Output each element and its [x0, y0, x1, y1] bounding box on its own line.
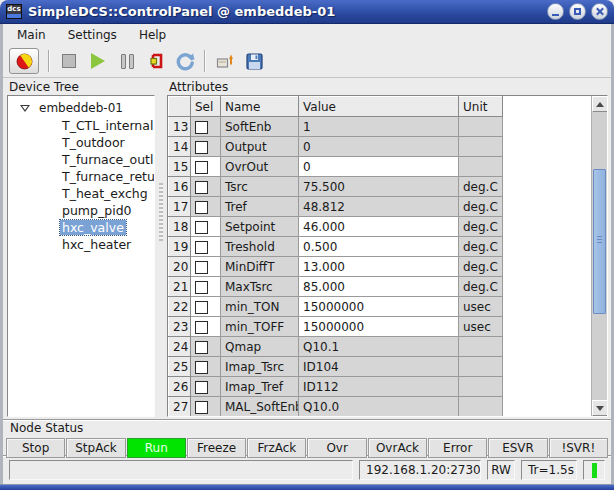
- attribute-unit: deg.C: [459, 197, 503, 217]
- scroll-up-button[interactable]: [592, 96, 608, 112]
- attribute-unit: deg.C: [459, 277, 503, 297]
- attribute-row: 22 min_TON 15000000 usec: [169, 297, 591, 317]
- row-number: 15: [169, 157, 191, 177]
- attribute-row: 13 SoftEnb 1: [169, 117, 591, 137]
- node-status-indicator[interactable]: Ovr: [307, 438, 366, 458]
- stop-button[interactable]: [59, 51, 79, 71]
- tree-expand-icon[interactable]: [20, 105, 30, 112]
- attribute-value: 1: [299, 117, 459, 137]
- scrollbar-thumb[interactable]: [593, 169, 606, 314]
- column-header-name[interactable]: Name: [221, 97, 299, 117]
- row-select-checkbox[interactable]: [195, 361, 208, 374]
- maximize-button[interactable]: [569, 3, 586, 20]
- row-select-checkbox[interactable]: [195, 161, 208, 174]
- row-select-checkbox[interactable]: [195, 281, 208, 294]
- tree-item[interactable]: T_furnace_return: [8, 168, 154, 185]
- pie-logo-icon: [16, 53, 33, 70]
- row-select-checkbox[interactable]: [195, 401, 208, 414]
- attribute-name: Imap_Tsrc: [221, 357, 299, 377]
- attribute-unit: [459, 117, 503, 137]
- attribute-name: Output: [221, 137, 299, 157]
- attribute-unit: deg.C: [459, 257, 503, 277]
- row-select-checkbox[interactable]: [195, 121, 208, 134]
- attribute-value[interactable]: 85.000: [299, 277, 459, 297]
- disconnect-button[interactable]: [146, 51, 166, 71]
- node-status-indicator[interactable]: Run: [127, 438, 186, 458]
- node-status-indicator[interactable]: Freeze: [187, 438, 246, 458]
- attribute-name: MAL_SoftEnb: [221, 397, 299, 417]
- tree-root-label: embeddeb-01: [39, 99, 123, 117]
- row-number: 24: [169, 337, 191, 357]
- commit-upload-icon: [216, 52, 234, 70]
- refresh-button[interactable]: [175, 51, 195, 71]
- pause-button[interactable]: [117, 51, 137, 71]
- attribute-value[interactable]: 0: [299, 157, 459, 177]
- access-mode-field: RW: [487, 460, 515, 480]
- menu-item[interactable]: Settings: [60, 26, 125, 44]
- splitter[interactable]: [155, 78, 167, 419]
- disconnect-icon: [147, 52, 165, 70]
- tree-item[interactable]: T_outdoor: [8, 134, 154, 151]
- node-status-label: Node Status: [6, 422, 608, 436]
- tree-item[interactable]: hxc_heater: [8, 236, 154, 253]
- row-select-checkbox[interactable]: [195, 201, 208, 214]
- tree-item[interactable]: T_furnace_outlet: [8, 151, 154, 168]
- row-select-checkbox[interactable]: [195, 221, 208, 234]
- refresh-icon: [176, 52, 195, 71]
- app-logo-button[interactable]: [9, 48, 39, 74]
- column-header-value[interactable]: Value: [299, 97, 459, 117]
- attribute-value[interactable]: 15000000: [299, 317, 459, 337]
- scroll-down-button[interactable]: [592, 400, 608, 416]
- attribute-value: 75.500: [299, 177, 459, 197]
- row-select-checkbox[interactable]: [195, 301, 208, 314]
- attribute-value[interactable]: 46.000: [299, 217, 459, 237]
- row-select-checkbox[interactable]: [195, 241, 208, 254]
- row-number: 13: [169, 117, 191, 137]
- main-area: Device Tree embeddeb-01 T_CTL_internalT_…: [3, 78, 611, 419]
- tree-item[interactable]: hxc_valve: [8, 219, 154, 236]
- column-header-unit[interactable]: Unit: [459, 97, 503, 117]
- row-select-checkbox[interactable]: [195, 141, 208, 154]
- minimize-button[interactable]: [547, 3, 564, 20]
- row-select-checkbox[interactable]: [195, 341, 208, 354]
- row-select-checkbox[interactable]: [195, 261, 208, 274]
- attribute-row: 15 OvrOut 0: [169, 157, 591, 177]
- attribute-name: Tsrc: [221, 177, 299, 197]
- attribute-name: Imap_Tref: [221, 377, 299, 397]
- row-select-checkbox[interactable]: [195, 321, 208, 334]
- titlebar[interactable]: dcs SimpleDCS::ControlPanel @ embeddeb-0…: [0, 0, 614, 24]
- node-status-indicator[interactable]: FrzAck: [247, 438, 306, 458]
- column-header-sel[interactable]: Sel: [191, 97, 221, 117]
- attribute-row: 21 MaxTsrc 85.000 deg.C: [169, 277, 591, 297]
- attributes-table-viewport: Sel Name Value Unit 13 SoftEnb 1: [167, 95, 608, 417]
- tree-item[interactable]: pump_pid0: [8, 202, 154, 219]
- close-button[interactable]: [591, 3, 608, 20]
- run-button[interactable]: [88, 51, 108, 71]
- attribute-unit: deg.C: [459, 237, 503, 257]
- menu-item[interactable]: Help: [131, 26, 174, 44]
- attribute-value[interactable]: 13.000: [299, 257, 459, 277]
- tree-item[interactable]: T_heat_exchg: [8, 185, 154, 202]
- node-status-indicator[interactable]: Stop: [6, 438, 65, 458]
- attribute-unit: usec: [459, 317, 503, 337]
- node-status-indicator[interactable]: OvrAck: [368, 438, 427, 458]
- tree-item[interactable]: T_CTL_internal: [8, 117, 154, 134]
- status-bar: 192.168.1.20:2730 RW Tr=1.5s: [3, 455, 611, 484]
- row-select-checkbox[interactable]: [195, 181, 208, 194]
- attribute-value[interactable]: 0.500: [299, 237, 459, 257]
- commit-button[interactable]: [215, 51, 235, 71]
- attribute-name: MinDiffT: [221, 257, 299, 277]
- tree-root-node[interactable]: embeddeb-01: [8, 99, 154, 117]
- node-status-indicator[interactable]: !SVR!: [549, 438, 608, 458]
- attribute-unit: deg.C: [459, 177, 503, 197]
- node-status-section: Node Status StopStpAckRunFreezeFrzAckOvr…: [3, 419, 611, 455]
- node-status-indicator[interactable]: Error: [428, 438, 487, 458]
- row-select-checkbox[interactable]: [195, 381, 208, 394]
- menu-item[interactable]: Main: [9, 26, 54, 44]
- node-status-indicator[interactable]: StpAck: [66, 438, 125, 458]
- address-field: 192.168.1.20:2730: [359, 460, 481, 480]
- attribute-value[interactable]: 15000000: [299, 297, 459, 317]
- save-button[interactable]: [244, 51, 264, 71]
- vertical-scrollbar[interactable]: [591, 96, 607, 416]
- node-status-indicator[interactable]: ESVR: [488, 438, 547, 458]
